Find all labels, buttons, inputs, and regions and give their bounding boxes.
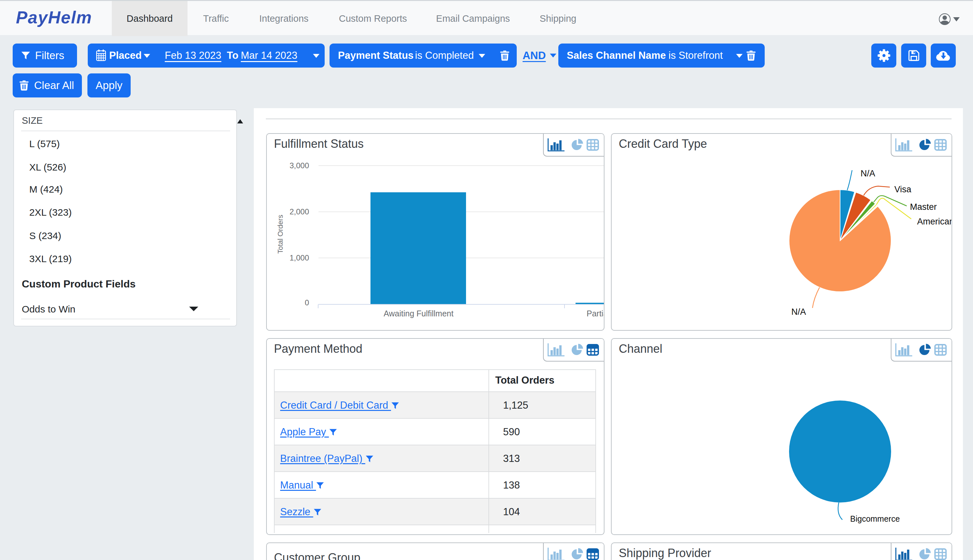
svg-text:Partially Shipped: Partially Shipped: [587, 309, 604, 318]
svg-text:American Express: American Express: [917, 217, 951, 227]
svg-text:0: 0: [305, 298, 309, 307]
svg-text:Visa: Visa: [895, 185, 911, 194]
svg-text:N/A: N/A: [861, 168, 875, 178]
svg-text:1,000: 1,000: [290, 253, 309, 262]
svg-text:Master: Master: [910, 202, 937, 212]
svg-text:2,000: 2,000: [290, 207, 309, 216]
svg-text:Awaiting Fulfillment: Awaiting Fulfillment: [384, 309, 454, 318]
svg-text:Bigcommerce: Bigcommerce: [850, 514, 900, 523]
svg-text:3,000: 3,000: [290, 161, 309, 170]
svg-text:Total Orders: Total Orders: [276, 215, 284, 254]
svg-text:N/A: N/A: [791, 307, 806, 317]
